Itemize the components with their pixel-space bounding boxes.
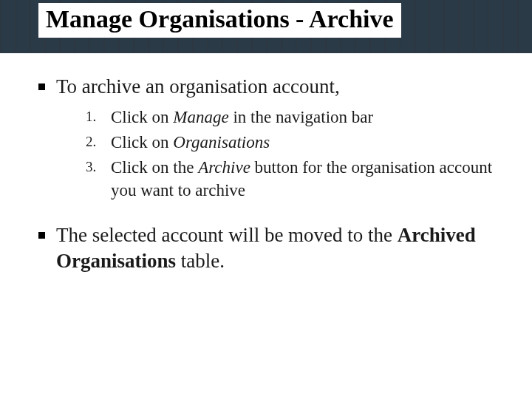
bullet-intro: To archive an organisation account, Clic…: [35, 74, 497, 202]
page-title: Manage Organisations - Archive: [38, 3, 401, 38]
outro-post: table.: [176, 250, 225, 272]
step-text-post: in the navigation bar: [229, 108, 373, 126]
step-item: Click on Manage in the navigation bar: [86, 106, 497, 129]
header-bar: Manage Organisations - Archive: [0, 0, 532, 53]
step-item: Click on Organisations: [86, 131, 497, 154]
bullet-intro-text: To archive an organisation account,: [56, 75, 340, 98]
steps-list: Click on Manage in the navigation bar Cl…: [86, 106, 497, 202]
step-text-em: Manage: [173, 108, 228, 126]
step-item: Click on the Archive button for the orga…: [86, 156, 497, 202]
bullet-outro: The selected account will be moved to th…: [35, 222, 497, 274]
step-text-em: Archive: [198, 158, 250, 177]
step-text-pre: Click on the: [111, 158, 198, 177]
step-text-em: Organisations: [173, 133, 270, 151]
step-text-pre: Click on: [111, 133, 173, 151]
slide-content: To archive an organisation account, Clic…: [0, 53, 532, 274]
step-text-pre: Click on: [111, 108, 173, 126]
outro-pre: The selected account will be moved to th…: [56, 224, 398, 246]
